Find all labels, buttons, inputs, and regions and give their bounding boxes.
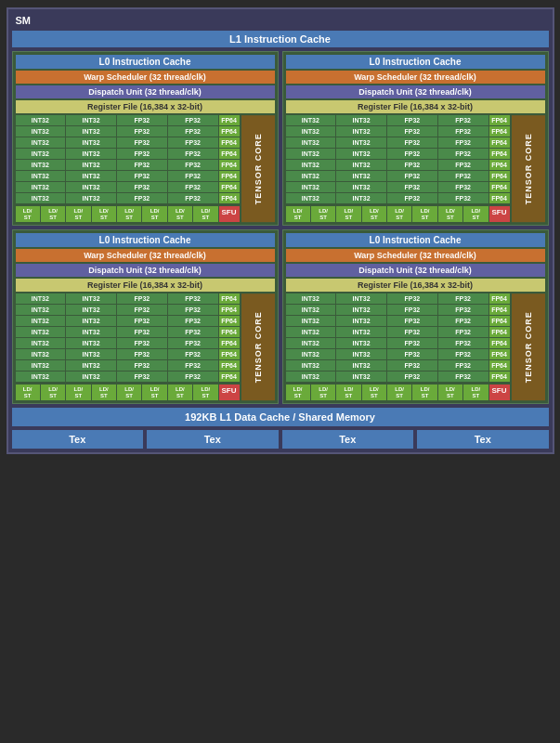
int32-cell: INT32 <box>16 182 66 192</box>
ldst-cell: LD/ST <box>168 206 192 222</box>
compute-area-2: INT32INT32FP32FP32FP64 INT32INT32FP32FP3… <box>286 115 545 222</box>
int32-cell: INT32 <box>66 149 116 159</box>
tensor-core-2: TENSOR CORE <box>512 115 545 222</box>
ldst-cell: LD/ST <box>66 206 90 222</box>
int32-cell: INT32 <box>16 193 66 203</box>
int32-cell: INT32 <box>16 126 66 137</box>
fp64-cell: FP64 <box>219 160 240 170</box>
l1-instruction-cache: L1 Instruction Cache <box>12 31 549 47</box>
l0-cache-3: L0 Instruction Cache <box>16 233 275 247</box>
fp64-cell: FP64 <box>219 171 240 181</box>
quadrant-2: L0 Instruction Cache Warp Scheduler (32 … <box>282 51 549 226</box>
int32-cell: INT32 <box>66 126 116 137</box>
compute-area-4: INT32INT32FP32FP32FP64 INT32INT32FP32FP3… <box>286 293 545 400</box>
l1-data-cache: 192KB L1 Data Cache / Shared Memory <box>12 408 549 426</box>
int32-cell: INT32 <box>66 115 116 125</box>
l0-cache-1: L0 Instruction Cache <box>16 55 275 69</box>
int32-cell: INT32 <box>16 171 66 181</box>
tex-cell-1: Tex <box>12 430 144 449</box>
fp32-cell: FP32 <box>117 171 167 181</box>
fp32-cell: FP32 <box>168 171 218 181</box>
row-3: INT32 INT32 FP32 FP32 FP64 <box>16 137 240 148</box>
quadrant-4: L0 Instruction Cache Warp Scheduler (32 … <box>282 229 549 404</box>
warp-scheduler-1: Warp Scheduler (32 thread/clk) <box>16 71 275 84</box>
sfu-cell-3: SFU <box>219 385 240 400</box>
register-file-3: Register File (16,384 x 32-bit) <box>16 279 275 292</box>
int32-cell: INT32 <box>66 182 116 192</box>
fp64-cell: FP64 <box>219 149 240 159</box>
int32-cell: INT32 <box>66 193 116 203</box>
fp32-cell: FP32 <box>168 182 218 192</box>
l0-cache-4: L0 Instruction Cache <box>286 233 545 247</box>
fp32-cell: FP32 <box>117 115 167 125</box>
fp32-cell: FP32 <box>117 160 167 170</box>
int32-cell: INT32 <box>16 137 66 148</box>
int32-cell: INT32 <box>16 160 66 170</box>
ldst-cell: LD/ST <box>117 206 141 222</box>
fp32-cell: FP32 <box>117 182 167 192</box>
ldst-cell: LD/ST <box>193 206 217 222</box>
dispatch-unit-4: Dispatch Unit (32 thread/clk) <box>286 264 545 277</box>
ldst-row-1: LD/ST LD/ST LD/ST LD/ST LD/ST LD/ST LD/S… <box>16 206 240 222</box>
compute-area-3: INT32INT32FP32FP32FP64 INT32INT32FP32FP3… <box>16 293 275 400</box>
int32-cell: INT32 <box>66 160 116 170</box>
tex-cell-3: Tex <box>282 430 414 449</box>
sfu-cell-4: SFU <box>489 385 510 400</box>
compute-area-1: INT32 INT32 FP32 FP32 FP64 INT32 INT32 F… <box>16 115 275 222</box>
ldst-cell: LD/ST <box>142 206 166 222</box>
sfu-cell-1: SFU <box>219 206 240 222</box>
quadrants-grid: L0 Instruction Cache Warp Scheduler (32 … <box>12 51 549 404</box>
tensor-core-3: TENSOR CORE <box>241 293 275 400</box>
register-file-4: Register File (16,384 x 32-bit) <box>286 279 545 292</box>
ldst-row-4: LD/ST LD/ST LD/ST LD/ST LD/ST LD/ST LD/S… <box>286 385 510 400</box>
fp64-cell: FP64 <box>219 115 240 125</box>
warp-scheduler-3: Warp Scheduler (32 thread/clk) <box>16 249 275 262</box>
row-2: INT32 INT32 FP32 FP32 FP64 <box>16 126 240 137</box>
row-8: INT32 INT32 FP32 FP32 FP64 <box>16 193 240 203</box>
int-fp-grid-4: INT32INT32FP32FP32FP64 INT32INT32FP32FP3… <box>286 293 510 400</box>
quadrant-3: L0 Instruction Cache Warp Scheduler (32 … <box>12 229 279 404</box>
int32-cell: INT32 <box>66 171 116 181</box>
ldst-row-3: LD/ST LD/ST LD/ST LD/ST LD/ST LD/ST LD/S… <box>16 385 240 400</box>
ldst-cell: LD/ST <box>92 206 116 222</box>
int-fp-grid-3: INT32INT32FP32FP32FP64 INT32INT32FP32FP3… <box>16 293 240 400</box>
tex-row: Tex Tex Tex Tex <box>12 430 549 449</box>
fp32-cell: FP32 <box>117 137 167 148</box>
fp64-cell: FP64 <box>219 182 240 192</box>
quadrant-1: L0 Instruction Cache Warp Scheduler (32 … <box>12 51 279 226</box>
row-1: INT32 INT32 FP32 FP32 FP64 <box>16 115 240 125</box>
fp64-cell: FP64 <box>219 137 240 148</box>
row-6: INT32 INT32 FP32 FP32 FP64 <box>16 171 240 181</box>
warp-scheduler-2: Warp Scheduler (32 thread/clk) <box>286 71 545 84</box>
tex-cell-2: Tex <box>147 430 279 449</box>
sfu-cell-2: SFU <box>489 206 510 222</box>
fp32-cell: FP32 <box>168 115 218 125</box>
tex-cell-4: Tex <box>417 430 549 449</box>
fp32-cell: FP32 <box>168 193 218 203</box>
fp64-cell: FP64 <box>219 126 240 137</box>
register-file-2: Register File (16,384 x 32-bit) <box>286 100 545 113</box>
fp32-cell: FP32 <box>168 126 218 137</box>
ldst-cell: LD/ST <box>16 206 40 222</box>
sm-label: SM <box>12 13 35 28</box>
fp32-cell: FP32 <box>168 160 218 170</box>
fp32-cell: FP32 <box>117 126 167 137</box>
tensor-core-1: TENSOR CORE <box>241 115 275 222</box>
fp32-cell: FP32 <box>168 149 218 159</box>
l0-cache-2: L0 Instruction Cache <box>286 55 545 69</box>
fp32-cell: FP32 <box>117 193 167 203</box>
int32-cell: INT32 <box>16 149 66 159</box>
int-fp-grid-1: INT32 INT32 FP32 FP32 FP64 INT32 INT32 F… <box>16 115 240 222</box>
dispatch-unit-3: Dispatch Unit (32 thread/clk) <box>16 264 275 277</box>
int32-cell: INT32 <box>66 137 116 148</box>
int-fp-grid-2: INT32INT32FP32FP32FP64 INT32INT32FP32FP3… <box>286 115 510 222</box>
register-file-1: Register File (16,384 x 32-bit) <box>16 100 275 113</box>
dispatch-unit-1: Dispatch Unit (32 thread/clk) <box>16 85 275 98</box>
warp-scheduler-4: Warp Scheduler (32 thread/clk) <box>286 249 545 262</box>
tensor-core-4: TENSOR CORE <box>512 293 545 400</box>
ldst-cell: LD/ST <box>41 206 65 222</box>
row-4: INT32 INT32 FP32 FP32 FP64 <box>16 149 240 159</box>
sm-container: SM L1 Instruction Cache L0 Instruction C… <box>7 7 554 454</box>
int32-cell: INT32 <box>16 115 66 125</box>
ldst-row-2: LD/ST LD/ST LD/ST LD/ST LD/ST LD/ST LD/S… <box>286 206 510 222</box>
